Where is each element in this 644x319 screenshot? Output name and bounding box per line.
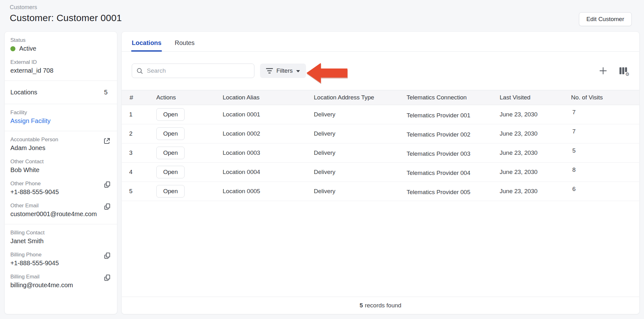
tab-routes[interactable]: Routes <box>175 39 194 51</box>
tab-bar: Locations Routes <box>122 32 639 52</box>
add-location-button[interactable] <box>598 65 608 76</box>
records-found-label: records found <box>365 302 401 309</box>
facility-field: Facility Assign Facility <box>10 109 111 125</box>
column-header-visits[interactable]: No. of Visits <box>571 94 639 101</box>
location-alias-cell: Location 0001 <box>223 111 314 118</box>
billing-section: Billing Contact Janet Smith Billing Phon… <box>5 224 117 295</box>
last-visited-cell: June 23, 2030 <box>500 149 571 156</box>
page-header: Customers Customer: Customer 0001 Edit C… <box>0 0 644 31</box>
status-value: Active <box>19 45 36 52</box>
last-visited-cell: June 23, 2030 <box>500 130 571 137</box>
other-email-label: Other Email <box>10 203 97 209</box>
locations-label: Locations <box>10 89 37 96</box>
column-header-telematics[interactable]: Telematics Connection <box>407 94 500 101</box>
status-section: Status Active External ID external_id 70… <box>5 32 117 81</box>
visits-cell: 6 <box>571 186 639 193</box>
other-phone-field: Other Phone +1-888-555-9045 <box>10 181 111 196</box>
address-type-cell: Delivery <box>314 130 407 137</box>
telematics-cell: Telematics Provider 004 <box>407 170 500 176</box>
billing-email-label: Billing Email <box>10 274 73 280</box>
row-index: 4 <box>122 169 136 176</box>
table-body: 1 Open Location 0001 Delivery Telematics… <box>122 105 639 201</box>
external-id-field: External ID external_id 708 <box>10 59 111 74</box>
copy-icon <box>104 181 111 188</box>
column-header-actions[interactable]: Actions <box>146 94 223 101</box>
open-button[interactable]: Open <box>156 185 185 198</box>
filters-button[interactable]: Filters <box>260 64 306 78</box>
billing-phone-label: Billing Phone <box>10 252 59 258</box>
locations-count-row[interactable]: Locations 5 <box>5 81 117 104</box>
table-row: 1 Open Location 0001 Delivery Telematics… <box>122 105 639 124</box>
open-button[interactable]: Open <box>156 147 185 159</box>
other-phone-value: +1-888-555-9045 <box>10 188 59 196</box>
copy-other-email-button[interactable] <box>103 203 111 211</box>
billing-phone-value: +1-888-555-9045 <box>10 260 59 267</box>
accountable-person-value: Adam Jones <box>10 144 58 152</box>
table-row: 3 Open Location 0003 Delivery Telematics… <box>122 143 639 163</box>
breadcrumb[interactable]: Customers <box>10 4 633 11</box>
search-input[interactable] <box>147 67 250 74</box>
billing-phone-field: Billing Phone +1-888-555-9045 <box>10 252 111 267</box>
copy-icon <box>104 203 111 210</box>
billing-email-field: Billing Email billing@route4me.com <box>10 274 111 289</box>
open-button[interactable]: Open <box>156 166 185 178</box>
page-title: Customer: Customer 0001 <box>10 13 633 23</box>
other-contact-value: Bob White <box>10 166 111 174</box>
last-visited-cell: June 23, 2030 <box>500 111 571 118</box>
row-index: 5 <box>122 188 136 195</box>
external-id-label: External ID <box>10 59 111 65</box>
row-index: 3 <box>122 149 136 156</box>
table-header-row: # Actions Location Alias Location Addres… <box>122 90 639 105</box>
column-header-location-alias[interactable]: Location Alias <box>223 94 314 101</box>
table-toolbar: Filters <box>122 52 639 90</box>
table-row: 4 Open Location 0004 Delivery Telematics… <box>122 163 639 182</box>
red-arrow-icon <box>307 62 347 84</box>
telematics-cell: Telematics Provider 003 <box>407 150 500 157</box>
column-settings-button[interactable]: ⚙ <box>618 66 629 76</box>
copy-billing-email-button[interactable] <box>103 274 111 282</box>
visits-cell: 8 <box>571 166 639 173</box>
assign-facility-link[interactable]: Assign Facility <box>10 117 111 125</box>
search-box[interactable] <box>132 64 254 78</box>
column-header-last-visited[interactable]: Last Visited <box>500 94 571 101</box>
location-alias-cell: Location 0005 <box>223 188 314 195</box>
row-index: 2 <box>122 130 136 137</box>
column-header-address-type[interactable]: Location Address Type <box>314 94 407 101</box>
locations-count: 5 <box>104 89 111 96</box>
annotation-arrow <box>307 62 347 84</box>
visits-cell: 7 <box>571 128 639 135</box>
open-button[interactable]: Open <box>156 127 185 140</box>
plus-icon <box>599 67 607 75</box>
last-visited-cell: June 23, 2030 <box>500 169 571 176</box>
external-id-value: external_id 708 <box>10 67 111 74</box>
table-row: 2 Open Location 0002 Delivery Telematics… <box>122 124 639 143</box>
other-email-field: Other Email customer0001@route4me.com <box>10 203 111 218</box>
location-alias-cell: Location 0002 <box>223 130 314 137</box>
tab-locations[interactable]: Locations <box>132 39 161 51</box>
column-header-index[interactable]: # <box>122 94 146 101</box>
copy-billing-phone-button[interactable] <box>103 252 111 260</box>
facility-section: Facility Assign Facility <box>5 104 117 131</box>
accountable-person-label: Accountable Person <box>10 137 58 143</box>
billing-email-value: billing@route4me.com <box>10 282 73 289</box>
telematics-cell: Telematics Provider 002 <box>407 131 500 138</box>
telematics-cell: Telematics Provider 001 <box>407 112 500 119</box>
edit-customer-button[interactable]: Edit Customer <box>579 12 632 26</box>
status-field: Status Active <box>10 37 111 52</box>
chevron-down-icon <box>296 70 300 72</box>
records-found-footer: 5 records found <box>122 297 639 314</box>
address-type-cell: Delivery <box>314 169 407 176</box>
search-icon <box>136 68 143 74</box>
visits-cell: 5 <box>571 147 639 154</box>
open-button[interactable]: Open <box>156 108 185 121</box>
billing-contact-value: Janet Smith <box>10 238 111 245</box>
open-person-button[interactable] <box>103 137 111 145</box>
table-row: 5 Open Location 0005 Delivery Telematics… <box>122 182 639 201</box>
address-type-cell: Delivery <box>314 149 407 156</box>
other-phone-label: Other Phone <box>10 181 59 187</box>
gear-icon: ⚙ <box>625 72 630 76</box>
filters-button-label: Filters <box>276 67 293 74</box>
copy-icon <box>104 252 111 259</box>
copy-other-phone-button[interactable] <box>103 181 111 189</box>
location-alias-cell: Location 0004 <box>223 169 314 176</box>
